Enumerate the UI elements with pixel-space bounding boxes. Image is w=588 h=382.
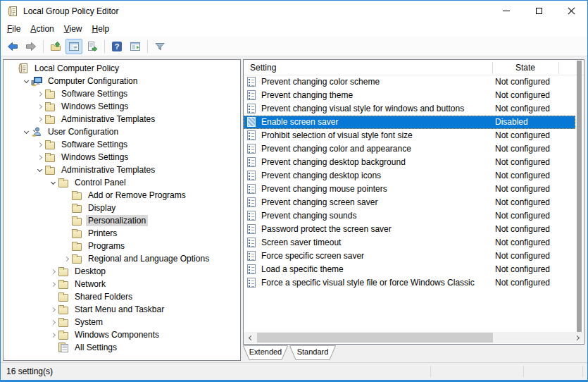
- chevron-right-icon[interactable]: [35, 152, 44, 162]
- menu-help[interactable]: Help: [87, 23, 115, 35]
- setting-row[interactable]: Prevent changing theme Not configured: [244, 89, 575, 102]
- maximize-icon: [536, 8, 542, 14]
- close-button[interactable]: [555, 1, 587, 21]
- tree-item-software-settings-user[interactable]: Software Settings: [4, 138, 240, 151]
- tree-item-windows-settings-user[interactable]: Windows Settings: [4, 151, 240, 164]
- tree-item-computer-configuration[interactable]: Computer Configuration: [4, 75, 240, 87]
- window-title: Local Group Policy Editor: [23, 6, 118, 16]
- help-button[interactable]: [108, 39, 125, 54]
- tree-item-network[interactable]: Network: [4, 278, 240, 290]
- policy-setting-icon: [247, 171, 256, 180]
- setting-row[interactable]: Prevent changing color and appearance No…: [244, 142, 575, 156]
- horizontal-scroll-thumb[interactable]: [257, 333, 493, 343]
- back-arrow-icon: [7, 41, 18, 52]
- chevron-down-icon[interactable]: [35, 165, 44, 175]
- minimize-button[interactable]: [490, 1, 523, 21]
- tree-item-windows-settings-computer[interactable]: Windows Settings: [4, 100, 240, 113]
- tree-item-shared-folders[interactable]: Shared Folders: [4, 290, 240, 303]
- tree-item-local-computer-policy[interactable]: Local Computer Policy: [4, 62, 240, 75]
- tree-item-administrative-templates-user[interactable]: Administrative Templates: [4, 164, 240, 176]
- tree-item-desktop[interactable]: Desktop: [4, 265, 240, 278]
- window-controls: [490, 1, 587, 21]
- show-action-pane-button[interactable]: [127, 39, 144, 54]
- horizontal-scrollbar[interactable]: [244, 332, 583, 343]
- tree-item-user-configuration[interactable]: User Configuration: [4, 125, 240, 138]
- policy-setting-icon: [247, 211, 256, 221]
- tree-item-regional-and-language-options[interactable]: Regional and Language Options: [4, 252, 240, 265]
- setting-row[interactable]: Prevent changing sounds Not configured: [244, 209, 575, 223]
- all-settings-icon: [58, 342, 69, 353]
- tree-item-windows-components[interactable]: Windows Components: [4, 328, 240, 341]
- setting-row[interactable]: Prevent changing screen saver Not config…: [244, 196, 575, 209]
- setting-row[interactable]: Prevent changing color scheme Not config…: [244, 75, 575, 89]
- tree-item-start-menu-and-taskbar[interactable]: Start Menu and Taskbar: [4, 303, 240, 316]
- tree-item-personalization[interactable]: Personalization: [4, 214, 240, 227]
- setting-row[interactable]: Prevent changing desktop background Not …: [244, 156, 575, 169]
- setting-row[interactable]: Prevent changing visual style for window…: [244, 102, 575, 116]
- setting-row[interactable]: Prevent changing desktop icons Not confi…: [244, 169, 575, 183]
- column-header-setting[interactable]: Setting: [250, 63, 276, 73]
- policy-setting-icon: [247, 157, 256, 167]
- folder-icon: [71, 240, 82, 252]
- statusbar-divider: [430, 366, 431, 377]
- tree-item-add-or-remove-programs[interactable]: Add or Remove Programs: [4, 189, 240, 202]
- export-list-icon: [87, 41, 98, 52]
- tab-extended[interactable]: Extended: [243, 345, 288, 360]
- vertical-scrollbar[interactable]: [577, 61, 582, 333]
- menu-file[interactable]: File: [2, 23, 25, 35]
- setting-row[interactable]: Prohibit selection of visual style font …: [244, 129, 575, 142]
- tree-item-control-panel[interactable]: Control Panel: [4, 176, 240, 189]
- setting-row[interactable]: Password protect the screen saver Not co…: [244, 223, 575, 236]
- back-button[interactable]: [4, 39, 21, 54]
- menubar: File Action View Help: [1, 21, 587, 37]
- minimize-icon: [503, 11, 510, 11]
- setting-row-selected[interactable]: Enable screen saver Disabled: [244, 116, 575, 129]
- setting-row[interactable]: Load a specific theme Not configured: [244, 263, 575, 276]
- show-console-tree-button[interactable]: [65, 39, 82, 54]
- chevron-down-icon[interactable]: [21, 127, 31, 137]
- scroll-left-arrow-icon[interactable]: [244, 332, 256, 343]
- filter-button[interactable]: [151, 39, 168, 54]
- help-icon: [112, 42, 122, 51]
- menu-view[interactable]: View: [59, 23, 87, 35]
- app-scroll-icon: [7, 6, 18, 17]
- tab-standard[interactable]: Standard: [289, 345, 336, 360]
- chevron-right-icon[interactable]: [35, 140, 44, 149]
- chevron-right-icon[interactable]: [48, 266, 58, 276]
- up-one-level-button[interactable]: [47, 39, 64, 54]
- forward-button[interactable]: [23, 39, 39, 54]
- toolbar: [1, 37, 587, 56]
- chevron-right-icon[interactable]: [48, 304, 58, 314]
- setting-row[interactable]: Screen saver timeout Not configured: [244, 236, 575, 249]
- scroll-right-arrow-icon[interactable]: [572, 332, 583, 343]
- chevron-down-icon[interactable]: [48, 178, 58, 187]
- chevron-right-icon[interactable]: [48, 279, 58, 289]
- setting-row[interactable]: Force specific screen saver Not configur…: [244, 249, 575, 263]
- tree-item-administrative-templates-computer[interactable]: Administrative Templates: [4, 113, 240, 125]
- statusbar: 16 setting(s): [1, 362, 587, 380]
- menu-action[interactable]: Action: [25, 23, 58, 35]
- chevron-right-icon[interactable]: [35, 101, 44, 111]
- tree-item-all-settings[interactable]: All Settings: [4, 341, 240, 354]
- tree-item-display[interactable]: Display: [4, 202, 240, 214]
- tree-item-software-settings-computer[interactable]: Software Settings: [4, 87, 240, 100]
- chevron-down-icon[interactable]: [21, 76, 31, 86]
- tree-item-system[interactable]: System: [4, 316, 240, 328]
- setting-row[interactable]: Prevent changing mouse pointers Not conf…: [244, 183, 575, 196]
- column-separator[interactable]: [492, 62, 493, 74]
- tree-item-printers[interactable]: Printers: [4, 227, 240, 240]
- chevron-right-icon[interactable]: [35, 89, 44, 99]
- tree-item-programs[interactable]: Programs: [4, 240, 240, 252]
- chevron-right-icon[interactable]: [35, 114, 44, 124]
- chevron-right-icon[interactable]: [48, 330, 58, 340]
- column-header-state[interactable]: State: [492, 63, 558, 73]
- maximize-button[interactable]: [523, 1, 555, 21]
- column-separator[interactable]: [558, 62, 559, 74]
- export-list-button[interactable]: [84, 39, 101, 54]
- policy-setting-icon: [247, 278, 256, 288]
- policy-setting-icon: [247, 224, 256, 234]
- setting-row[interactable]: Force a specific visual style file or fo…: [244, 276, 575, 290]
- chevron-right-icon[interactable]: [48, 317, 58, 327]
- chevron-right-icon[interactable]: [61, 254, 71, 264]
- policy-setting-icon: [247, 238, 256, 247]
